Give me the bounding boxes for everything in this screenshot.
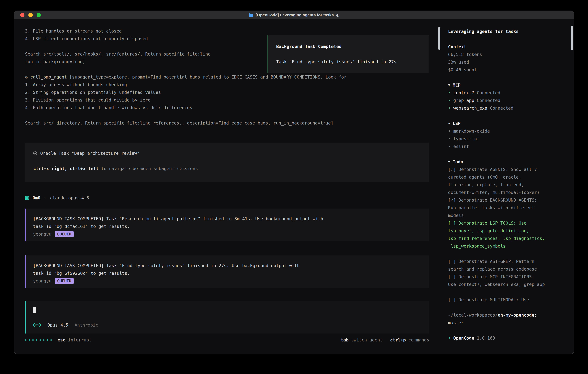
bullet-icon: • [448,98,451,103]
hint-text: to navigate between subagent sessions [99,166,198,171]
agent-header: OmO · claude-opus-4-5 [25,194,429,202]
context-heading: Context [448,43,565,51]
todo-line: Use context7, websearch_exa, grep_app [448,280,565,288]
mcp-status: Connected [490,105,514,111]
agent-name: OmO [32,194,40,202]
mcp-item: •context7Connected [448,89,565,97]
workspace-repo: oh-my-opencode: [498,312,537,318]
chevron-down-icon: ▼ [448,120,450,127]
toast-body: Task "Find type safety issues" finished … [276,58,422,66]
message-author: yeongyu [33,230,51,238]
lsp-item: •markdown-oxide [448,127,565,135]
commands-label: commands [409,336,430,344]
background-task-message: [BACKGROUND TASK COMPLETED] Task "Find t… [25,255,429,288]
agent-icon [25,196,29,200]
todo-section-header[interactable]: ▼ Todo [448,158,565,166]
close-window-button[interactable] [20,13,24,17]
tool-call-item: 2. String operations on potentially unde… [25,89,429,96]
chat-pane: 3. File handles or streams not closed 4.… [14,19,438,354]
lsp-name: typescript [453,136,480,141]
mcp-section-header[interactable]: ▼ MCP [448,81,565,89]
toast-title: Background Task Completed [276,43,422,50]
message-line: task_id="bg_6f59260c" to get results. [33,270,423,277]
todo-item: [✓] Demonstrate AGENTS: Show all 7 curat… [448,166,565,196]
interrupt-hint: escinterrupt [58,336,92,344]
input-line[interactable] [33,306,423,313]
app-version: •OpenCode1.0.163 [448,334,565,342]
todo-item: [ ] Demonstrate MULTIMODAL: Use [448,296,565,303]
bullet-icon: • [448,136,451,141]
mcp-item: •websearch_exaConnected [448,104,565,112]
todo-line: Run parallel tasks with different [448,204,565,212]
tool-call-footer: Search src/ directory. Return specific f… [25,119,429,127]
session-status-icon: ◐ [336,13,340,17]
todo-line: [✓] Demonstrate BACKGROUND AGENTS: [448,196,565,204]
message-line: [BACKGROUND TASK COMPLETED] Task "Find t… [33,262,423,270]
ctrlp-key-label: ctrl+p [390,336,406,344]
todo-line: document-writer, multimodal-looker) [448,189,565,196]
oracle-task-title-text: Oracle Task "Deep architecture review" [40,149,139,157]
switch-agent-label: switch agent [351,336,383,344]
todo-line: [ ] Demonstrate MULTIMODAL: Use [448,296,565,303]
separator: · [44,194,46,202]
todo-line: lsp_workspace_symbols [448,242,565,250]
hint-keys: ctrl+x right, ctrl+x left [33,166,99,171]
desktop: [OpenCode] Leveraging agents for tasks ◐… [0,0,588,374]
message-line: task_id="bg_dcfac161" to get results. [33,223,423,230]
lsp-item: •eslint [448,143,565,150]
message-meta: yeongyu QUEUED [33,230,423,238]
chevron-down-icon: ▼ [448,81,450,89]
todo-item: [ ] Demonstrate AST-GREP: Pattern search… [448,258,565,273]
chat-scrollbar-thumb[interactable] [438,27,441,50]
todo-line: lsp_hover, lsp_goto_definition, [448,227,565,235]
workspace-branch: master [448,319,565,327]
prompt-input[interactable]: OmO Opus 4.5 Anthropic [25,301,429,333]
oracle-task-title: Oracle Task "Deep architecture review" [33,149,423,157]
status-bar: escinterrupt tabswitch agent ctrl+pcomma… [25,336,429,344]
window-title: [OpenCode] Leveraging agents for tasks ◐ [248,13,340,17]
lsp-item: •typescript [448,135,565,143]
tab-key-label: tab [341,336,348,344]
bullet-icon: • [448,144,451,149]
notification-toast: Background Task Completed Task "Find typ… [268,35,429,73]
todo-line: lsp_find_references, lsp_diagnostics, [448,235,565,242]
composer-model: Opus 4.5 [47,321,68,329]
lsp-name: eslint [453,144,469,149]
window-controls [14,13,41,17]
minimize-window-button[interactable] [28,13,33,17]
tool-call-item: 4. Path operations that don't handle Win… [25,104,429,112]
composer-provider: Anthropic [75,321,98,329]
zoom-window-button[interactable] [37,13,41,17]
agent-model: claude-opus-4-5 [50,194,89,202]
mcp-item: •grep_appConnected [448,97,565,104]
app-version-number: 1.0.163 [477,335,495,341]
todo-line: search and replace across codebase [448,265,565,273]
message-line: [BACKGROUND TASK COMPLETED] Task "Resear… [33,215,423,223]
mcp-status: Connected [477,90,501,95]
todo-line: models [448,212,565,219]
sidebar: Leveraging agents for tasks Context 66,5… [441,19,574,354]
tool-args: [subagent_type=explore, prompt=Find pote… [67,74,346,80]
background-task-message: [BACKGROUND TASK COMPLETED] Task "Resear… [25,208,429,241]
gear-icon: ⚙ [25,74,28,80]
sidebar-scrollbar-thumb[interactable] [571,26,573,50]
todo-item: [ ] Demonstrate MCP INTEGRATIONS: Use co… [448,273,565,288]
composer-meta: OmO Opus 4.5 Anthropic [33,321,423,329]
bullet-icon: • [448,90,451,95]
oracle-icon [33,151,37,155]
terminal-window: [OpenCode] Leveraging agents for tasks ◐… [14,10,574,354]
esc-key-label: esc [58,336,65,344]
context-spent: $0.46 spent [448,66,565,74]
lsp-section-header[interactable]: ▼ LSP [448,120,565,127]
lsp-name: markdown-oxide [453,129,490,134]
queued-badge: QUEUED [55,231,74,237]
titlebar[interactable]: [OpenCode] Leveraging agents for tasks ◐ [14,11,574,19]
todo-line: [ ] Demonstrate MCP INTEGRATIONS: [448,273,565,280]
lsp-heading-label: LSP [453,120,461,127]
content: 3. File handles or streams not closed 4.… [14,19,574,354]
spinner-dots-icon [25,339,52,341]
chat-scrollbar[interactable] [438,19,441,354]
window-title-text: [OpenCode] Leveraging agents for tasks [256,13,334,17]
tool-call-header: ⚙ call_omo_agent [subagent_type=explore,… [25,73,429,81]
todo-item-active: [ ] Demonstrate LSP TOOLS: Use lsp_hover… [448,219,565,250]
